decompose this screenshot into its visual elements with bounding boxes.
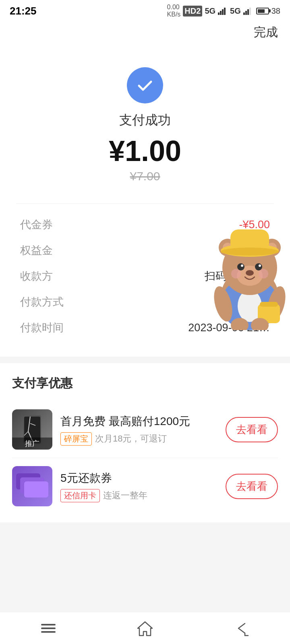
success-title: 支付成功 [119, 111, 171, 129]
bear-illustration [205, 225, 290, 330]
network-speed: 0.00KB/s [167, 4, 181, 18]
status-icons: 0.00KB/s HD2 5G 5G 38 [167, 4, 280, 18]
promo-name-1: 首月免费 最高赔付1200元 [60, 414, 218, 429]
5g-icon-1: 5G [205, 6, 215, 16]
svg-rect-41 [41, 631, 56, 633]
svg-rect-5 [245, 11, 247, 15]
card-visual [16, 473, 48, 500]
amount-paid: ¥1.00 [109, 136, 181, 165]
svg-marker-42 [138, 622, 152, 636]
battery-level: 38 [271, 6, 280, 16]
nav-menu-button[interactable] [40, 622, 56, 634]
svg-point-20 [237, 263, 244, 270]
svg-rect-2 [222, 9, 224, 15]
time-label: 付款时间 [20, 320, 64, 335]
promo-card-2: 5元还款券 还信用卡 连返一整年 去看看 [12, 458, 278, 514]
svg-rect-40 [41, 627, 56, 629]
nav-home-button[interactable] [137, 620, 153, 636]
home-icon [137, 620, 153, 636]
battery-icon [256, 8, 269, 14]
svg-point-24 [246, 270, 254, 276]
svg-rect-30 [260, 302, 278, 307]
checkmark-icon [136, 76, 154, 95]
svg-rect-1 [220, 11, 222, 15]
promo-sub-2: 连返一整年 [103, 489, 147, 502]
promo-img-1: 推广 [12, 409, 52, 450]
5g-icon-2: 5G [230, 6, 241, 16]
hamburger-icon [40, 622, 56, 634]
svg-point-22 [241, 264, 243, 267]
status-time: 21:25 [10, 5, 37, 17]
payee-label: 收款方 [20, 269, 53, 283]
svg-rect-39 [41, 624, 56, 625]
nav-back-button[interactable] [234, 620, 250, 636]
promotions-title: 支付享优惠 [12, 375, 278, 392]
header: 完成 [0, 20, 290, 47]
svg-point-21 [255, 263, 262, 270]
promo-img-2 [12, 466, 52, 506]
promo-card-1: 推广 首月免费 最高赔付1200元 碎屏宝 次月18元，可退订 去看看 [12, 401, 278, 458]
promo-info-2: 5元还款券 还信用卡 连返一整年 [60, 471, 218, 502]
svg-rect-6 [247, 9, 249, 15]
promo-tag-1: 碎屏宝 [60, 432, 92, 446]
promo-btn-2[interactable]: 去看看 [226, 474, 278, 499]
promotions-section: 支付享优惠 推广 首月免费 最高赔付1200元 碎屏宝 次月18元，可退订 [0, 363, 290, 522]
svg-rect-7 [249, 8, 251, 15]
svg-point-23 [259, 264, 261, 267]
status-bar: 21:25 0.00KB/s HD2 5G 5G 38 [0, 0, 290, 20]
svg-point-18 [221, 248, 279, 256]
svg-rect-3 [224, 8, 226, 15]
method-label: 付款方式 [20, 295, 64, 309]
voucher-label: 代金券 [20, 217, 53, 232]
svg-point-26 [259, 269, 268, 279]
promo-info-1: 首月免费 最高赔付1200元 碎屏宝 次月18元，可退订 [60, 414, 218, 446]
complete-button[interactable]: 完成 [254, 24, 278, 41]
signal-icon-1 [218, 7, 228, 15]
bottom-nav [0, 612, 290, 644]
promo-name-2: 5元还款券 [60, 471, 218, 486]
ad-label: 推广 [12, 438, 52, 450]
promo-sub-1: 次月18元，可退订 [95, 433, 167, 445]
success-section: 支付成功 ¥1.00 ¥7.00 [16, 59, 274, 195]
benefits-label: 权益金 [20, 243, 53, 258]
svg-rect-0 [218, 12, 220, 15]
signal-icon-2 [243, 7, 253, 15]
hd2-icon: HD2 [183, 6, 202, 17]
bear-mascot [205, 225, 290, 330]
svg-rect-4 [243, 12, 245, 15]
divider-1 [16, 203, 274, 204]
back-icon [234, 620, 250, 636]
amount-original: ¥7.00 [130, 169, 160, 183]
svg-point-25 [231, 269, 241, 279]
promo-tag-2: 还信用卡 [60, 489, 100, 502]
promo-btn-1[interactable]: 去看看 [226, 417, 278, 442]
success-icon-circle [127, 67, 163, 103]
